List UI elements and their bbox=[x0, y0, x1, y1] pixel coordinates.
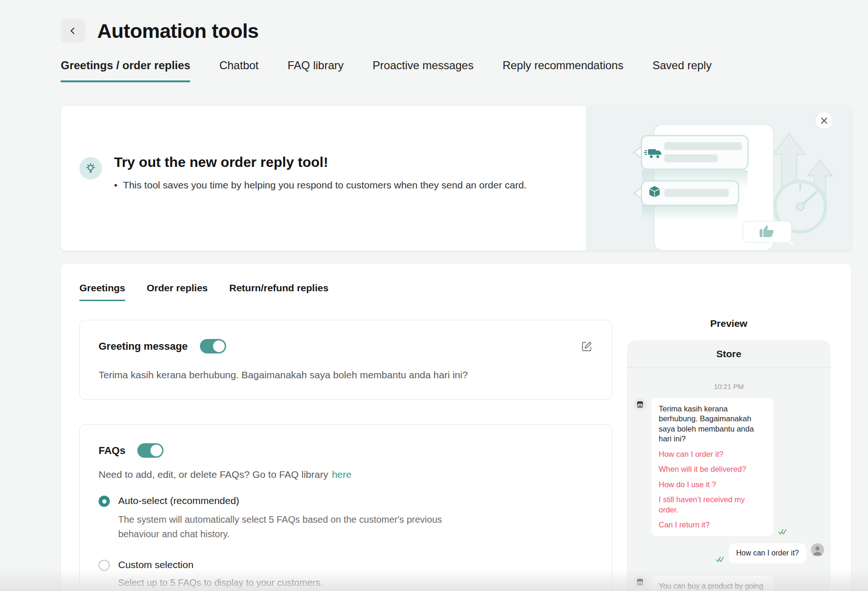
tab-reply-recommendations[interactable]: Reply recommendations bbox=[503, 59, 624, 82]
close-icon bbox=[820, 117, 828, 124]
delivered-check-icon bbox=[716, 556, 724, 562]
faq-link-3[interactable]: How do I use it ? bbox=[659, 480, 766, 490]
chat-preview-phone: Store 10:21 PM bbox=[627, 340, 831, 591]
edit-icon bbox=[581, 340, 593, 353]
order-reply-promo-banner: Try out the new order reply tool! • This… bbox=[61, 106, 851, 251]
greetings-settings-card: Greetings Order replies Return/refund re… bbox=[61, 264, 851, 591]
subtab-return-refund-replies[interactable]: Return/refund replies bbox=[229, 282, 328, 301]
storefront-icon bbox=[636, 401, 644, 408]
customer-message-bubble: How can I order it? bbox=[729, 543, 806, 563]
greeting-message-text: Terima kasih kerana berhubung. Bagaimana… bbox=[99, 369, 593, 381]
greeting-message-toggle[interactable] bbox=[200, 339, 226, 353]
banner-illustration bbox=[586, 106, 851, 251]
faq-link-5[interactable]: Can I return it? bbox=[659, 520, 766, 530]
tab-greetings-order-replies[interactable]: Greetings / order replies bbox=[61, 59, 190, 82]
auto-select-label[interactable]: Auto-select (recommended) bbox=[118, 495, 445, 506]
tab-faq-library[interactable]: FAQ library bbox=[288, 59, 344, 82]
customer-avatar bbox=[811, 543, 824, 556]
faq-link-4[interactable]: I still haven’t received my order. bbox=[659, 495, 766, 515]
chat-bubble-package bbox=[634, 181, 739, 205]
subtab-order-replies[interactable]: Order replies bbox=[147, 282, 208, 301]
store-reply-row: You can buy a product by going to the pr… bbox=[633, 576, 824, 591]
faq-link-1[interactable]: How can I order it? bbox=[659, 449, 766, 459]
greeting-message-section: Greeting message Terima kasih kerana ber… bbox=[79, 320, 612, 400]
subtab-greetings[interactable]: Greetings bbox=[79, 282, 125, 301]
greeting-bubble-text: Terima kasih kerana berhubung. Bagaimana… bbox=[659, 404, 766, 444]
storefront-icon bbox=[636, 578, 644, 586]
chat-bubble-shipping bbox=[633, 136, 748, 169]
tab-saved-reply[interactable]: Saved reply bbox=[652, 59, 711, 82]
store-header: Store bbox=[627, 340, 831, 368]
sub-tab-bar: Greetings Order replies Return/refund re… bbox=[79, 282, 328, 301]
greeting-message-title: Greeting message bbox=[99, 340, 188, 353]
edit-greeting-button[interactable] bbox=[581, 340, 593, 353]
chevron-left-icon bbox=[68, 26, 78, 36]
preview-title: Preview bbox=[627, 318, 831, 329]
faq-help-text: Need to add, edit, or delete FAQs? Go to… bbox=[99, 469, 593, 480]
faq-option-auto-select: Auto-select (recommended) The system wil… bbox=[99, 495, 593, 541]
tab-chatbot[interactable]: Chatbot bbox=[219, 59, 258, 82]
faq-link-2[interactable]: When will it be delivered? bbox=[659, 464, 766, 474]
store-greeting-row: Terima kasih kerana berhubung. Bagaimana… bbox=[633, 398, 824, 536]
faqs-section: FAQs Need to add, edit, or delete FAQs? … bbox=[79, 424, 612, 591]
lightbulb-icon bbox=[79, 157, 102, 180]
back-button[interactable] bbox=[61, 19, 85, 43]
auto-select-radio[interactable] bbox=[99, 496, 110, 507]
banner-close-button[interactable] bbox=[816, 112, 832, 129]
customer-message-row: How can I order it? bbox=[633, 543, 824, 563]
faq-option-custom-selection: Custom selection Select up to 5 FAQs to … bbox=[99, 559, 593, 590]
store-avatar bbox=[633, 398, 647, 411]
bullet-dot: • bbox=[114, 180, 117, 191]
store-greeting-bubble: Terima kasih kerana berhubung. Bagaimana… bbox=[651, 398, 774, 536]
faqs-title: FAQs bbox=[99, 445, 125, 457]
person-icon bbox=[811, 543, 824, 556]
page-header: Automation tools bbox=[0, 0, 868, 43]
auto-select-description: The system will automatically select 5 F… bbox=[118, 512, 445, 541]
banner-title: Try out the new order reply tool! bbox=[114, 154, 526, 170]
main-tab-bar: Greetings / order replies Chatbot FAQ li… bbox=[61, 59, 851, 82]
custom-selection-radio[interactable] bbox=[99, 560, 110, 571]
tab-proactive-messages[interactable]: Proactive messages bbox=[373, 59, 474, 82]
faq-library-link[interactable]: here bbox=[332, 469, 351, 480]
page-title: Automation tools bbox=[97, 20, 259, 43]
store-avatar bbox=[633, 576, 647, 589]
custom-selection-label[interactable]: Custom selection bbox=[118, 559, 323, 570]
preview-panel: Preview Store 10:21 PM bbox=[627, 318, 831, 591]
banner-bullet: • This tool saves you time by helping yo… bbox=[114, 180, 526, 191]
chat-timestamp: 10:21 PM bbox=[633, 382, 824, 390]
delivered-check-icon bbox=[778, 529, 787, 535]
store-reply-bubble: You can buy a product by going to the pr… bbox=[651, 576, 774, 591]
custom-selection-description: Select up to 5 FAQs to display to your c… bbox=[118, 576, 323, 590]
faqs-toggle[interactable] bbox=[137, 443, 164, 458]
